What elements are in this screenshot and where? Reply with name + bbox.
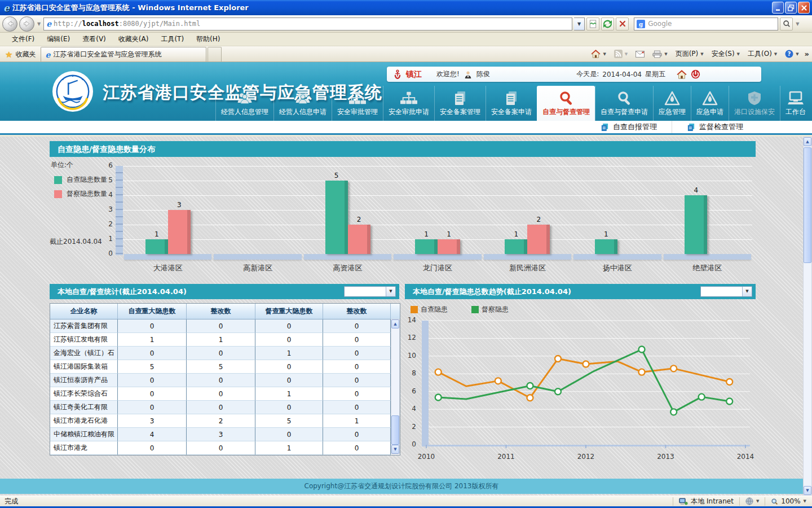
search-options-dropdown-icon[interactable]: ▼ bbox=[796, 21, 799, 27]
refresh-button[interactable] bbox=[601, 17, 614, 30]
table-row[interactable]: 镇江市港龙石化港3251 bbox=[50, 414, 400, 428]
favorites-button[interactable]: ★ 收藏夹 bbox=[0, 47, 41, 62]
sub-menu-item[interactable]: 监督检查管理 bbox=[672, 121, 758, 133]
cell-company-name: 金海宏业（镇江）石 bbox=[50, 347, 118, 360]
scrollbar-thumb[interactable] bbox=[391, 415, 399, 445]
feeds-button[interactable]: ▼ bbox=[611, 48, 631, 60]
stop-button[interactable] bbox=[616, 17, 629, 30]
history-dropdown-icon[interactable]: ▼ bbox=[37, 21, 41, 27]
magnifier-icon bbox=[616, 91, 633, 106]
nav-item[interactable]: 港口设施保安 bbox=[729, 86, 780, 121]
stats-table-panel: 本地自查/督查统计(截止2014.04.04) ▼ bbox=[50, 284, 399, 299]
scroll-down-icon[interactable]: ▼ bbox=[391, 445, 399, 454]
menubar-item[interactable]: 帮助(H) bbox=[190, 33, 226, 46]
table-row[interactable]: 镇江李长荣综合石0010 bbox=[50, 387, 400, 401]
search-go-button[interactable] bbox=[780, 17, 793, 30]
nav-item-label: 应急管理 bbox=[659, 107, 686, 117]
nav-item[interactable]: 自查与督查申请 bbox=[595, 86, 653, 121]
nav-item[interactable]: 应急管理 bbox=[653, 86, 691, 121]
sub-menu-item[interactable]: 自查自报管理 bbox=[586, 121, 672, 133]
nav-item[interactable]: 工作台 bbox=[780, 86, 811, 121]
menubar-item[interactable]: 工具(T) bbox=[155, 33, 190, 46]
nav-item[interactable]: 经营人信息申请 bbox=[273, 86, 332, 121]
gridline bbox=[123, 195, 752, 196]
address-protocol: http:// bbox=[54, 20, 82, 28]
table-row[interactable]: 江苏索普集团有限0000 bbox=[50, 319, 400, 333]
column-header[interactable]: 自查重大隐患数 bbox=[118, 304, 187, 319]
chevron-down-icon[interactable]: ▼ bbox=[386, 287, 395, 296]
copyright-footer: Copyright@江苏省交通规划设计院股份有限公司 2013版权所有 bbox=[0, 479, 803, 494]
table-filter-select[interactable]: ▼ bbox=[344, 286, 396, 297]
print-button[interactable]: ▼ bbox=[649, 49, 670, 60]
menubar-item[interactable]: 收藏夹(A) bbox=[112, 33, 155, 46]
nav-item[interactable]: 安全备案申请 bbox=[486, 86, 537, 121]
table-row[interactable]: 金海宏业（镇江）石0010 bbox=[50, 347, 400, 360]
cell-value: 0 bbox=[187, 401, 255, 414]
scrollbar-thumb[interactable] bbox=[804, 147, 811, 263]
back-button[interactable] bbox=[2, 16, 17, 32]
users-icon bbox=[294, 91, 311, 106]
nav-item[interactable]: 自查与督查管理 bbox=[537, 86, 595, 121]
column-header[interactable]: 整改数 bbox=[187, 304, 255, 319]
restore-button[interactable] bbox=[785, 2, 797, 14]
zoom-control[interactable]: 100% ▼ bbox=[765, 497, 812, 506]
nav-item[interactable]: 应急申请 bbox=[691, 86, 729, 121]
logout-button[interactable] bbox=[690, 69, 700, 80]
home-button[interactable]: ▼ bbox=[588, 48, 609, 60]
safety-menu-button[interactable]: 安全(S)▼ bbox=[708, 47, 743, 60]
line-filter-select[interactable]: ▼ bbox=[700, 286, 752, 297]
cell-value: 0 bbox=[255, 428, 323, 441]
forward-button[interactable] bbox=[19, 16, 34, 32]
column-header[interactable]: 督查重大隐患数 bbox=[255, 304, 323, 319]
close-button[interactable] bbox=[798, 2, 810, 14]
tools-menu-button[interactable]: 工具(O)▼ bbox=[744, 47, 780, 60]
table-scrollbar[interactable]: ▲▼ bbox=[391, 319, 400, 454]
home-shortcut-button[interactable] bbox=[677, 69, 687, 80]
menubar-item[interactable]: 查看(V) bbox=[76, 33, 112, 46]
hazard-distribution-bar-chart: 单位:个自查隐患数量督察隐患数量截止2014.04.040123456大港港区1… bbox=[50, 157, 756, 278]
page-scrollbar[interactable]: ▲ ▼ bbox=[803, 137, 812, 496]
nav-item[interactable]: 安全审批申请 bbox=[383, 86, 434, 121]
search-input[interactable]: g Google bbox=[634, 17, 778, 30]
line-chart-panel: 本地自查/督查隐患总数趋势(截止2014.04.04) ▼ 自查隐患督察隐患02… bbox=[405, 284, 756, 468]
new-tab-button[interactable] bbox=[208, 47, 222, 62]
help-button[interactable]: ?▼ bbox=[782, 48, 802, 60]
table-row[interactable]: 中储粮镇江粮油有限4300 bbox=[50, 428, 400, 441]
nav-item[interactable]: 经营人信息管理 bbox=[215, 86, 273, 121]
y-axis-tick: 6 bbox=[99, 161, 113, 169]
menubar-item[interactable]: 文件(F) bbox=[6, 33, 41, 46]
address-input[interactable]: e http://localhost:8080/yjpt/Main.html bbox=[43, 17, 572, 30]
user-bar: 镇江 欢迎您! 陈俊 今天是: 2014-04-04 星期五 bbox=[387, 67, 761, 82]
address-dropdown-button[interactable]: ▼ bbox=[574, 17, 585, 30]
protected-mode-button[interactable]: ▼ bbox=[739, 497, 765, 506]
x-axis-segment bbox=[214, 254, 301, 260]
cell-value: 0 bbox=[255, 319, 323, 333]
cell-company-name: 镇江李长荣综合石 bbox=[50, 387, 118, 401]
cell-value: 0 bbox=[118, 374, 187, 387]
column-header[interactable]: 整改数 bbox=[323, 304, 391, 319]
table-row[interactable]: 镇江市港龙0010 bbox=[50, 441, 400, 455]
scroll-up-icon[interactable]: ▲ bbox=[391, 319, 399, 329]
table-row[interactable]: 镇江奇美化工有限0000 bbox=[50, 401, 400, 414]
nav-item[interactable]: 安全备案管理 bbox=[434, 86, 486, 121]
nav-item[interactable]: 安全审批管理 bbox=[332, 86, 383, 121]
category-label: 大港港区 bbox=[123, 263, 213, 273]
scroll-up-icon[interactable]: ▲ bbox=[804, 137, 811, 146]
scroll-down-icon[interactable]: ▼ bbox=[804, 486, 811, 495]
table-row[interactable]: 镇江港国际集装箱5500 bbox=[50, 360, 400, 374]
table-row[interactable]: 镇江恒泰沥青产品0000 bbox=[50, 374, 400, 387]
table-row[interactable]: 江苏镇江发电有限1100 bbox=[50, 333, 400, 347]
cell-value: 0 bbox=[187, 374, 255, 387]
overflow-chevron-icon[interactable]: » bbox=[804, 50, 810, 58]
browser-tab[interactable]: e 江苏省港口安全监管与应急管理系统 bbox=[41, 47, 206, 62]
read-mail-button[interactable] bbox=[632, 49, 648, 59]
chevron-down-icon[interactable]: ▼ bbox=[742, 287, 752, 296]
cell-value: 0 bbox=[118, 347, 187, 360]
column-header-pad bbox=[391, 304, 400, 319]
page-menu-button[interactable]: 页面(P)▼ bbox=[672, 47, 707, 60]
minimize-button[interactable] bbox=[772, 2, 784, 14]
column-header[interactable]: 企业名称 bbox=[50, 304, 118, 319]
menubar-item[interactable]: 编辑(E) bbox=[41, 33, 76, 46]
cell-value: 0 bbox=[118, 441, 187, 455]
compatibility-view-button[interactable] bbox=[586, 17, 599, 30]
